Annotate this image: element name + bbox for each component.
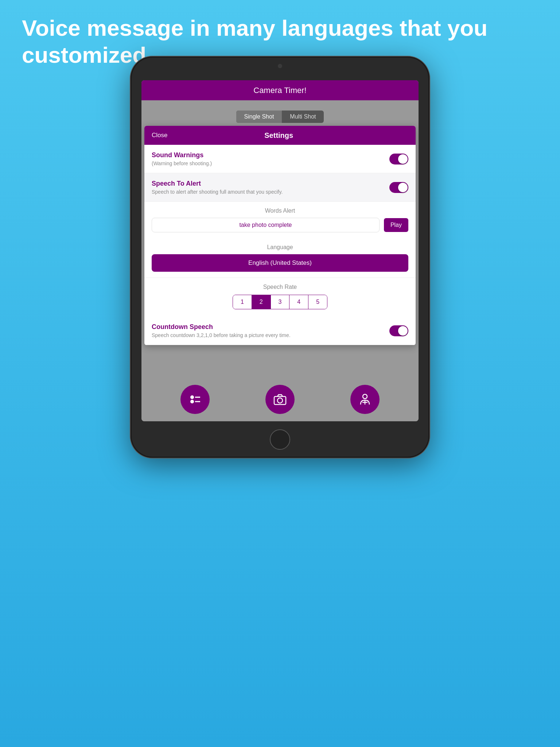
rate-btn-3[interactable]: 3 [271, 295, 290, 309]
svg-point-6 [363, 394, 367, 399]
home-button[interactable] [270, 429, 290, 450]
ipad-screen: Camera Timer! Single Shot Multi Shot Cou… [141, 80, 419, 421]
sound-warnings-section: Sound Warnings (Warning before shooting.… [144, 145, 416, 173]
close-button[interactable]: Close [152, 132, 167, 139]
words-alert-label: Words Alert [152, 208, 408, 214]
sound-warnings-desc: (Warning before shooting.) [152, 160, 212, 166]
app-bar: Camera Timer! [141, 80, 419, 100]
words-alert-input[interactable] [152, 218, 380, 232]
speech-alert-section: Speech To Alert Speech to alert after sh… [144, 173, 416, 202]
play-button[interactable]: Play [384, 218, 408, 232]
app-body: Single Shot Multi Shot Countdown Period … [141, 100, 419, 421]
sound-warnings-label: Sound Warnings [152, 151, 212, 159]
words-alert-section: Words Alert Play [144, 202, 416, 238]
speech-rate-section: Speech Rate 1 2 3 4 5 [144, 278, 416, 317]
language-button[interactable]: English (United States) [152, 254, 408, 272]
app-title: Camera Timer! [253, 86, 306, 95]
countdown-speech-label: Countdown Speech [152, 323, 291, 331]
speech-rate-label: Speech Rate [152, 284, 408, 290]
countdown-speech-toggle[interactable] [389, 325, 408, 336]
speech-alert-label: Speech To Alert [152, 180, 283, 187]
svg-point-0 [191, 396, 194, 399]
settings-modal: Close Settings Sound Warnings (Warning b… [144, 126, 416, 345]
svg-point-5 [277, 398, 283, 403]
modal-title: Settings [167, 131, 390, 140]
list-icon-circle[interactable] [180, 385, 210, 414]
countdown-speech-section: Countdown Speech Speech countdown 3,2,1,… [144, 317, 416, 345]
rate-btn-5[interactable]: 5 [308, 295, 327, 309]
sound-warnings-toggle[interactable] [389, 154, 408, 165]
person-icon-circle[interactable] [350, 385, 380, 414]
multi-shot-button[interactable]: Multi Shot [282, 111, 324, 123]
camera-dot [278, 64, 282, 68]
rate-btn-2[interactable]: 2 [252, 295, 271, 309]
svg-point-1 [191, 400, 194, 403]
language-label: Language [152, 244, 408, 251]
shot-toggle: Single Shot Multi Shot [236, 111, 324, 123]
modal-header: Close Settings [144, 126, 416, 145]
single-shot-button[interactable]: Single Shot [236, 111, 282, 123]
language-section: Language English (United States) [144, 238, 416, 278]
bottom-icons [141, 385, 419, 414]
rate-btn-1[interactable]: 1 [233, 295, 252, 309]
countdown-speech-desc: Speech countdown 3,2,1,0 before taking a… [152, 332, 291, 338]
camera-icon-circle[interactable] [265, 385, 295, 414]
rate-btn-4[interactable]: 4 [289, 295, 308, 309]
speech-alert-desc: Speech to alert after shooting full amou… [152, 189, 283, 195]
ipad-frame: Camera Timer! Single Shot Multi Shot Cou… [131, 57, 429, 458]
speech-rate-buttons: 1 2 3 4 5 [233, 295, 327, 309]
speech-alert-toggle[interactable] [389, 182, 408, 193]
